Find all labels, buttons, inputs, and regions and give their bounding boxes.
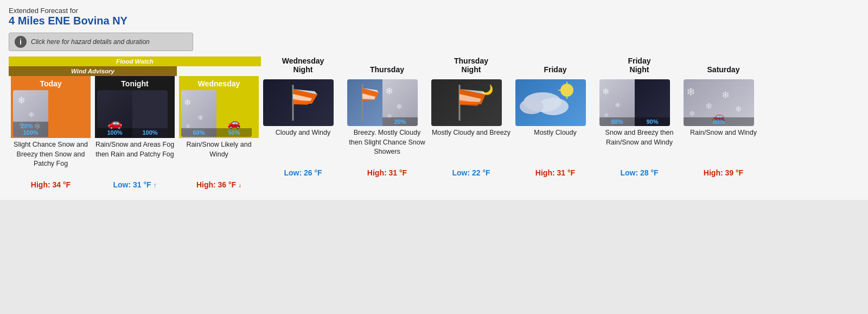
friday-night-label: FridayNight xyxy=(599,56,679,76)
tonight-highlight: Tonight 🚗 100% 100% xyxy=(95,76,175,138)
wind-advisory-row: Wind Advisory xyxy=(9,66,261,76)
today-highlight: Today ❄ ❄ ❄ ❄ 20% → 100% xyxy=(11,76,91,138)
period-today: Today ❄ ❄ ❄ ❄ 20% → 100% xyxy=(9,76,93,189)
wednesday-night-label: WednesdayNight xyxy=(263,56,343,76)
today-icon: ❄ ❄ ❄ ❄ 20% → 100% xyxy=(13,90,84,137)
period-tonight: Tonight 🚗 100% 100% Rain/Snow and Areas … xyxy=(93,76,177,189)
thursday-desc: Breezy. Mostly Cloudy then Slight Chance… xyxy=(347,128,427,166)
page-wrapper: Extended Forecast for 4 Miles ENE Bovina… xyxy=(0,0,868,200)
thursday-night-label: ThursdayNight xyxy=(431,56,511,76)
svg-point-25 xyxy=(560,84,573,97)
friday-desc: Mostly Cloudy xyxy=(515,128,595,166)
wednesday-icon: ❄ ❄ ❄ 60% 🚗 50% xyxy=(181,90,252,137)
header: Extended Forecast for 4 Miles ENE Bovina… xyxy=(9,7,859,27)
today-label: Today xyxy=(13,77,88,88)
svg-text:❄: ❄ xyxy=(385,86,393,97)
saturday-desc: Rain/Snow and Windy xyxy=(684,128,763,166)
alert-spacer xyxy=(177,66,261,76)
svg-text:❄: ❄ xyxy=(705,102,712,111)
svg-text:❄: ❄ xyxy=(197,114,203,122)
friday-night-temp: Low: 28 °F xyxy=(599,168,679,177)
saturday-temp: High: 39 °F xyxy=(684,168,763,177)
wednesday-label: Wednesday xyxy=(181,77,257,88)
saturday-icon: ❄ ❄ ❄ ❄ ❄ 🚗 80% xyxy=(684,79,754,126)
period-thursday-night: ThursdayNight 🌙 Mostly Cloudy and Breezy… xyxy=(429,56,513,177)
first-three-periods: Today ❄ ❄ ❄ ❄ 20% → 100% xyxy=(9,76,261,189)
svg-text:❄: ❄ xyxy=(28,110,35,119)
period-friday: Friday Mostly Cloudy High: 31 °F xyxy=(513,56,597,177)
saturday-label: Saturday xyxy=(684,56,763,76)
today-temp: High: 34 °F xyxy=(11,180,91,189)
tonight-desc: Rain/Snow and Areas Fog then Rain and Pa… xyxy=(95,140,175,178)
tonight-icon: 🚗 100% 100% xyxy=(97,90,168,137)
friday-label: Friday xyxy=(515,56,595,76)
forecast-grid: Flood Watch Wind Advisory Today xyxy=(9,56,859,189)
thursday-night-desc: Mostly Cloudy and Breezy xyxy=(431,128,511,166)
svg-text:❄: ❄ xyxy=(184,98,191,107)
hazard-text: Click here for hazard details and durati… xyxy=(31,38,150,46)
thursday-icon: ❄ ❄ ❄ 20% xyxy=(347,79,418,126)
thursday-label: Thursday xyxy=(347,56,427,76)
wednesday-night-desc: Cloudy and Windy xyxy=(263,128,343,166)
tonight-temp: Low: 31 °F ↑ xyxy=(95,180,175,189)
svg-text:❄: ❄ xyxy=(735,104,742,114)
extended-forecast-label: Extended Forecast for xyxy=(9,7,859,15)
period-saturday: Saturday ❄ ❄ ❄ ❄ ❄ 🚗 80% Rain/Snow and W… xyxy=(681,56,765,177)
today-desc: Slight Chance Snow and Breezy then Snow … xyxy=(11,140,91,178)
svg-text:❄: ❄ xyxy=(722,90,730,101)
friday-night-desc: Snow and Breezy then Rain/Snow and Windy xyxy=(599,128,679,166)
hazard-bar[interactable]: i Click here for hazard details and dura… xyxy=(9,33,193,51)
flood-watch-banner: Flood Watch xyxy=(9,56,261,66)
thursday-night-icon: 🌙 xyxy=(431,79,502,126)
friday-icon xyxy=(515,79,586,126)
wednesday-temp: High: 36 °F ↓ xyxy=(179,180,259,189)
thursday-temp: High: 31 °F xyxy=(347,168,427,177)
period-wednesday: Wednesday ❄ ❄ ❄ 60% 🚗 xyxy=(177,76,261,189)
period-friday-night: FridayNight ❄ ❄ ❄ 80% 90% Snow and Breez… xyxy=(597,56,681,177)
info-icon: i xyxy=(15,36,27,48)
svg-text:❄: ❄ xyxy=(17,95,25,106)
svg-text:❄: ❄ xyxy=(602,87,609,96)
wednesday-highlight: Wednesday ❄ ❄ ❄ 60% 🚗 xyxy=(179,76,259,138)
period-wednesday-night: WednesdayNight Cloudy and Windy Low: 26 … xyxy=(261,56,345,177)
svg-text:❄: ❄ xyxy=(396,102,403,111)
svg-text:❄: ❄ xyxy=(615,101,621,109)
tonight-label: Tonight xyxy=(97,77,173,88)
location-title: 4 Miles ENE Bovina NY xyxy=(9,15,859,27)
friday-night-icon: ❄ ❄ ❄ 80% 90% xyxy=(599,79,670,126)
svg-text:❄: ❄ xyxy=(689,109,695,118)
thursday-night-temp: Low: 22 °F xyxy=(431,168,511,177)
wednesday-night-icon xyxy=(263,79,334,126)
svg-point-31 xyxy=(520,99,544,114)
wednesday-desc: Rain/Snow Likely and Windy xyxy=(179,140,259,178)
wednesday-night-temp: Low: 26 °F xyxy=(263,168,343,177)
wind-advisory-banner: Wind Advisory xyxy=(9,66,177,76)
friday-temp: High: 31 °F xyxy=(515,168,595,177)
svg-text:❄: ❄ xyxy=(686,86,695,98)
alert-group: Flood Watch Wind Advisory Today xyxy=(9,56,261,189)
period-thursday: Thursday ❄ xyxy=(345,56,429,177)
